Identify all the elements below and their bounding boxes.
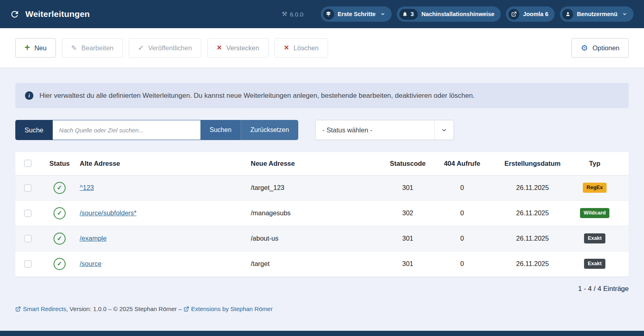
- edit-button-label: Bearbeiten: [81, 44, 114, 52]
- column-header-type: Typ: [573, 152, 629, 175]
- column-header-created-date: Erstellungsdatum: [492, 152, 573, 175]
- hits-cell: 0: [432, 226, 492, 251]
- external-link-icon: [184, 306, 189, 312]
- publish-button-label: Veröffentlichen: [148, 44, 192, 52]
- table-row: ✓ /source/subfolders* /managesubs 302 0 …: [15, 200, 629, 226]
- navbar-actions: ⚒ 6.0.0 Erste Schritte 3 Nachinstallatio…: [282, 6, 634, 22]
- status-filter-value: - Status wählen -: [316, 126, 372, 134]
- hits-cell: 0: [432, 200, 492, 226]
- chevron-down-icon: [434, 120, 454, 140]
- extensions-link[interactable]: Extensions by Stephan Römer: [184, 305, 273, 312]
- row-checkbox[interactable]: [24, 210, 31, 217]
- options-button[interactable]: ⚙ Optionen: [572, 38, 629, 58]
- redirects-table-card: Status Alte Adresse Neue Adresse Statusc…: [15, 152, 629, 277]
- page-title: Weiterleitungen: [25, 9, 90, 19]
- old-url-link[interactable]: /source: [80, 260, 101, 267]
- published-status-icon[interactable]: ✓: [54, 258, 66, 270]
- hammer-icon: ⚒: [282, 10, 287, 18]
- version-label: ⚒ 6.0.0: [282, 10, 303, 18]
- erste-schritte-label: Erste Schritte: [338, 11, 376, 17]
- hide-button[interactable]: ✕ Verstecken: [207, 38, 268, 58]
- smart-redirects-link[interactable]: Smart Redirects: [15, 305, 66, 312]
- date-cell: 26.11.2025: [492, 175, 573, 200]
- delete-button-label: Löschen: [293, 44, 318, 52]
- notifications-count-badge: 3: [399, 9, 418, 20]
- table-header-row: Status Alte Adresse Neue Adresse Statusc…: [15, 152, 629, 175]
- table-row: ✓ /source /target 301 0 26.11.2025 Exakt: [15, 251, 629, 276]
- extensions-link-label: Extensions by Stephan Römer: [191, 305, 273, 312]
- options-button-label: Optionen: [592, 44, 619, 52]
- old-url-link[interactable]: /example: [80, 235, 107, 242]
- date-cell: 26.11.2025: [492, 226, 573, 251]
- joomla-link-button[interactable]: Joomla 6: [506, 6, 555, 22]
- hide-button-label: Verstecken: [226, 44, 259, 52]
- toolbar-left-group: + Neu ✎ Bearbeiten ✓ Veröffentlichen ✕ V…: [15, 38, 328, 58]
- info-alert: i Hier verwaltest du alle definierten We…: [15, 83, 629, 108]
- redirect-sync-icon: [10, 9, 20, 19]
- row-checkbox[interactable]: [24, 184, 31, 192]
- new-url-cell: /target: [251, 251, 384, 276]
- chevron-down-icon: [380, 12, 385, 16]
- pencil-icon: ✎: [71, 45, 77, 52]
- new-url-cell: /about-us: [251, 226, 384, 251]
- published-status-icon[interactable]: ✓: [54, 182, 66, 194]
- new-button-label: Neu: [34, 44, 46, 52]
- statuscode-cell: 301: [384, 226, 432, 251]
- old-url-link[interactable]: /source/subfolders*: [80, 209, 136, 216]
- date-cell: 26.11.2025: [492, 200, 573, 226]
- pagination-summary: 1 - 4 / 4 Einträge: [15, 285, 629, 293]
- external-link-icon: [508, 9, 519, 20]
- type-badge: Exakt: [584, 259, 605, 268]
- delete-button[interactable]: ✕ Löschen: [275, 38, 328, 58]
- type-badge: Exakt: [584, 233, 605, 243]
- smart-redirects-link-label: Smart Redirects: [23, 305, 66, 312]
- notifications-label: Nachinstallationshinweise: [421, 11, 494, 17]
- joomla-label: Joomla 6: [523, 11, 548, 17]
- search-reset-button[interactable]: Zurücksetzen: [241, 120, 298, 140]
- info-alert-text: Hier verwaltest du alle definierten Weit…: [39, 92, 475, 100]
- publish-button[interactable]: ✓ Veröffentlichen: [129, 38, 201, 58]
- column-header-404-hits: 404 Aufrufe: [432, 152, 492, 175]
- redirects-table: Status Alte Adresse Neue Adresse Statusc…: [15, 152, 629, 277]
- search-submit-button[interactable]: Suchen: [200, 120, 241, 140]
- info-icon: i: [25, 91, 33, 100]
- footer-version-text: , Version: 1.0.0 – © 2025 Stephan Römer …: [66, 305, 184, 312]
- version-number: 6.0.0: [290, 11, 303, 18]
- hits-cell: 0: [432, 175, 492, 200]
- plus-icon: +: [25, 43, 30, 52]
- search-input[interactable]: [53, 120, 200, 140]
- x-icon: ✕: [217, 45, 222, 51]
- hits-cell: 0: [432, 251, 492, 276]
- status-filter-select[interactable]: - Status wählen -: [315, 120, 454, 140]
- published-status-icon[interactable]: ✓: [54, 233, 66, 245]
- edit-button[interactable]: ✎ Bearbeiten: [62, 38, 123, 58]
- select-all-checkbox[interactable]: [24, 160, 31, 167]
- search-label: Suche: [15, 120, 53, 140]
- column-header-new-url: Neue Adresse: [251, 152, 384, 175]
- filter-bar: Suche Suchen Zurücksetzen - Status wähle…: [15, 120, 629, 140]
- top-navbar: Weiterleitungen ⚒ 6.0.0 Erste Schritte 3…: [0, 0, 644, 28]
- new-button[interactable]: + Neu: [15, 38, 56, 58]
- notifications-count: 3: [411, 11, 414, 17]
- signpost-icon: [323, 9, 334, 20]
- gear-icon: ⚙: [581, 44, 588, 52]
- statuscode-cell: 301: [384, 251, 432, 276]
- table-row: ✓ ^123 /target_123 301 0 26.11.2025 RegE…: [15, 175, 629, 200]
- action-toolbar: + Neu ✎ Bearbeiten ✓ Veröffentlichen ✕ V…: [0, 28, 644, 68]
- row-checkbox[interactable]: [24, 260, 31, 268]
- page-footer: Smart Redirects, Version: 1.0.0 – © 2025…: [15, 305, 629, 312]
- old-url-link[interactable]: ^123: [80, 184, 94, 191]
- user-menu-button[interactable]: Benutzermenü: [560, 6, 634, 22]
- user-menu-label: Benutzermenü: [577, 11, 617, 17]
- published-status-icon[interactable]: ✓: [54, 207, 66, 219]
- table-row: ✓ /example /about-us 301 0 26.11.2025 Ex…: [15, 226, 629, 251]
- column-header-old-url: Alte Adresse: [80, 152, 251, 175]
- column-header-status: Status: [39, 152, 80, 175]
- statuscode-cell: 302: [384, 200, 432, 226]
- app-title-group: Weiterleitungen: [10, 9, 90, 19]
- erste-schritte-button[interactable]: Erste Schritte: [321, 6, 392, 22]
- bottom-bar: [0, 331, 644, 336]
- notifications-button[interactable]: 3 Nachinstallationshinweise: [397, 6, 501, 22]
- row-checkbox[interactable]: [24, 235, 31, 242]
- statuscode-cell: 301: [384, 175, 432, 200]
